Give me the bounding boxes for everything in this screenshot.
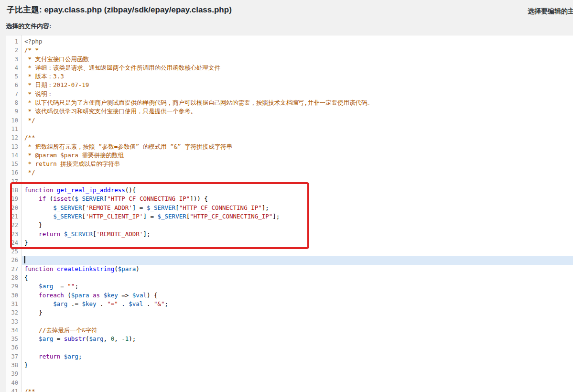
text-cursor [24,256,25,263]
file-path: : epay.class.php (zibpay/sdk/epay/epay.c… [39,5,232,14]
code-line[interactable]: if (isset($_SERVER["HTTP_CF_CONNECTING_I… [22,195,573,203]
line-number: 7 [6,90,22,98]
code-line[interactable] [22,317,573,326]
code-line[interactable] [22,370,573,378]
code-lines[interactable]: <?php/* * * 支付宝接口公用函数 * 详细：该类是请求、通知返回两个文… [22,35,573,392]
code-line[interactable] [22,256,573,264]
line-number: 4 [6,64,22,72]
code-editor[interactable]: 1234567891011121314151617181920212223242… [6,35,573,392]
line-number: 30 [6,291,22,300]
code-line[interactable]: * 该代码仅供学习和研究支付宝接口使用，只是提供一个参考。 [22,107,573,116]
line-number: 8 [6,98,22,107]
code-line[interactable]: $arg = substr($arg, 0, -1); [22,335,573,343]
theme-name: 子比主题 [7,5,39,14]
code-line[interactable]: * 以下代码只是为了方便商户测试而提供的样例代码，商户可以根据自己网站的需要，按… [22,98,573,107]
line-number: 5 [6,72,22,81]
line-number: 31 [6,300,22,308]
file-content-label: 选择的文件内容: [6,22,51,31]
code-line[interactable]: * 详细：该类是请求、通知返回两个文件所调用的公用函数核心处理文件 [22,64,573,72]
line-number: 16 [6,168,22,177]
line-number: 23 [6,230,22,239]
code-line[interactable] [22,379,573,387]
code-line[interactable]: } [22,221,573,229]
line-number: 40 [6,379,22,387]
code-line[interactable]: <?php [22,37,573,46]
code-line[interactable]: $arg = ""; [22,282,573,291]
line-number: 10 [6,116,22,125]
code-line[interactable]: * @param $para 需要拼接的数组 [22,151,573,160]
line-number: 28 [6,273,22,282]
line-number: 35 [6,335,22,343]
line-number: 22 [6,221,22,229]
line-number: 14 [6,151,22,160]
line-number: 1 [6,37,22,46]
code-line[interactable]: * 把数组所有元素，按照 “参数=参数值” 的模式用 “&” 字符拼接成字符串 [22,142,573,151]
code-line[interactable]: function get_real_ip_address(){ [22,186,573,195]
line-number: 2 [6,46,22,54]
line-number: 38 [6,361,22,370]
code-line[interactable] [22,125,573,133]
code-line[interactable]: $_SERVER['HTTP_CLIENT_IP'] = $_SERVER["H… [22,212,573,221]
line-number: 6 [6,81,22,89]
line-number: 34 [6,326,22,335]
code-line[interactable]: function createLinkstring($para) [22,265,573,273]
code-line[interactable] [22,247,573,256]
code-line[interactable] [22,177,573,186]
line-number: 26 [6,256,22,264]
code-line[interactable]: */ [22,116,573,125]
line-number: 15 [6,160,22,168]
line-number: 33 [6,317,22,326]
line-number: 37 [6,352,22,361]
line-number: 17 [6,177,22,186]
line-number: 20 [6,204,22,212]
line-number: 25 [6,247,22,256]
code-line[interactable]: $_SERVER['REMOTE_ADDR'] = $_SERVER["HTTP… [22,204,573,212]
code-line[interactable]: } [22,361,573,370]
line-number: 36 [6,343,22,352]
line-number: 12 [6,133,22,142]
line-number: 3 [6,55,22,64]
code-line[interactable]: * 日期：2012-07-19 [22,81,573,89]
code-line[interactable]: /** [22,133,573,142]
line-number: 41 [6,387,22,392]
line-number: 18 [6,186,22,195]
theme-selector-label: 选择要编辑的主 [528,7,573,16]
code-line[interactable]: { [22,273,573,282]
line-number: 29 [6,282,22,291]
line-number: 21 [6,212,22,221]
code-line[interactable]: /** [22,387,573,392]
page-title: 子比主题: epay.class.php (zibpay/sdk/epay/ep… [7,4,232,15]
code-line[interactable]: /* * [22,46,573,54]
code-line[interactable]: * 说明： [22,90,573,98]
line-number: 11 [6,125,22,133]
line-number: 39 [6,370,22,378]
line-number: 19 [6,195,22,203]
code-line[interactable]: } [22,239,573,247]
code-line[interactable]: * return 拼接完成以后的字符串 [22,160,573,168]
code-line[interactable]: } [22,308,573,317]
line-number: 24 [6,239,22,247]
code-line[interactable]: $arg .= $key . "=" . $val . "&"; [22,300,573,308]
line-number: 13 [6,142,22,151]
code-line[interactable]: return $arg; [22,352,573,361]
code-line[interactable]: foreach ($para as $key => $val) { [22,291,573,300]
code-line[interactable]: //去掉最后一个&字符 [22,326,573,335]
code-line[interactable] [22,343,573,352]
code-line[interactable]: return $_SERVER['REMOTE_ADDR']; [22,230,573,239]
line-number: 32 [6,308,22,317]
line-number: 27 [6,265,22,273]
code-line[interactable]: */ [22,168,573,177]
code-line[interactable]: * 支付宝接口公用函数 [22,55,573,64]
code-line[interactable]: * 版本：3.3 [22,72,573,81]
line-number: 9 [6,107,22,116]
gutter: 1234567891011121314151617181920212223242… [6,35,22,392]
